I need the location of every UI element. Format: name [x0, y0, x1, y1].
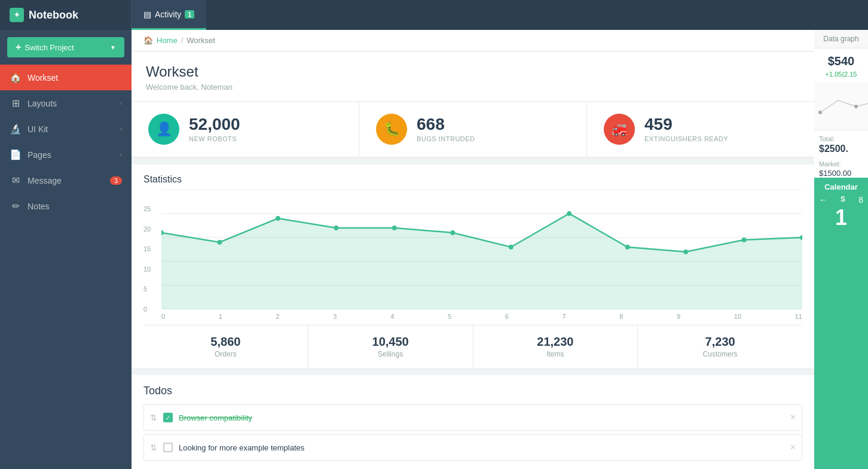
- sidebar-item-uikit[interactable]: 🔬 UI Kit ›: [0, 116, 132, 142]
- chart-point: [567, 211, 571, 216]
- todo-item: ⇅ ✓ Browser compatibility ×: [143, 404, 802, 431]
- sidebar-item-label: Notes: [27, 202, 122, 211]
- sidebar-item-label: Message: [27, 176, 104, 185]
- calendar-prev-button[interactable]: ←: [819, 195, 827, 205]
- sidebar-item-notes[interactable]: ✏ Notes: [0, 193, 132, 219]
- sellings-label: Sellings: [318, 350, 463, 358]
- message-icon: ✉: [10, 175, 22, 186]
- x-axis-labels: 0 1 2 3 4 5 6 7 8 9 10 1: [161, 312, 802, 325]
- total-value: $2500.: [814, 144, 868, 158]
- chevron-right-icon: ›: [120, 100, 122, 106]
- activity-tab-icon: ▤: [143, 10, 151, 19]
- sidebar-item-message[interactable]: ✉ Message 3: [0, 168, 132, 193]
- breadcrumb-home-link[interactable]: Home: [157, 36, 178, 45]
- todo-checkbox-checked[interactable]: ✓: [163, 413, 173, 422]
- customers-label: Customers: [647, 350, 793, 358]
- stat-customers: 7,230 Customers: [638, 325, 802, 368]
- chart-point: [742, 237, 747, 242]
- main-content: 🏠 Home / Workset Workset Welcome back, N…: [132, 30, 814, 469]
- sellings-value: 10,450: [318, 335, 463, 349]
- sidebar-item-workset[interactable]: 🏠 Workset: [0, 65, 132, 90]
- calendar-title: Calendar: [824, 182, 858, 191]
- chart-point: [625, 245, 630, 249]
- notes-icon: ✏: [10, 200, 22, 212]
- chevron-down-icon: ▼: [110, 44, 116, 51]
- orders-value: 5,860: [153, 335, 298, 349]
- bugs-label: BUGS INTRUDED: [417, 135, 475, 142]
- bugs-value: 668: [417, 116, 475, 133]
- stat-card-robots: 👤 52,000 NEW ROBOTS: [132, 102, 359, 157]
- market-value: $1500.00: [814, 169, 868, 178]
- calendar-nav: ← S 8: [819, 195, 863, 205]
- switch-project-label: Switch Project: [25, 43, 74, 52]
- breadcrumb-current: Workset: [187, 36, 215, 45]
- app-logo: ✦ Notebook: [0, 0, 132, 30]
- calendar-month: S: [841, 195, 845, 205]
- robots-icon: 👤: [148, 114, 179, 145]
- mini-chart-svg: [814, 83, 868, 130]
- right-panel: Data graph $540 +1.05(2.15 Total: $2500.…: [814, 30, 868, 469]
- chart-point: [276, 216, 280, 221]
- calendar-next-button[interactable]: 8: [858, 195, 863, 205]
- stats-row: 👤 52,000 NEW ROBOTS 🐛 668 BUGS INTRUDED: [132, 102, 814, 157]
- bugs-icon: 🐛: [376, 114, 407, 145]
- topbar-tabs: ▤ Activity 1: [132, 0, 206, 30]
- total-label: Total:: [814, 130, 868, 144]
- robots-label: NEW ROBOTS: [189, 135, 240, 142]
- chevron-right-icon: ›: [120, 126, 122, 132]
- uikit-icon: 🔬: [10, 123, 22, 135]
- statistics-title: Statistics: [143, 174, 802, 185]
- sidebar-item-label: UI Kit: [27, 124, 114, 134]
- mini-chart: [814, 83, 868, 130]
- orders-label: Orders: [153, 350, 298, 358]
- svg-point-6: [818, 111, 822, 114]
- breadcrumb: 🏠 Home / Workset: [132, 30, 814, 51]
- stat-card-bugs: 🐛 668 BUGS INTRUDED: [359, 102, 587, 157]
- stat-items: 21,230 Items: [473, 325, 638, 368]
- data-graph-change: +1.05(2.15: [814, 71, 868, 83]
- sidebar-item-label: Pages: [27, 150, 114, 160]
- todo-checkbox-unchecked[interactable]: [163, 443, 173, 452]
- main-layout: + Switch Project ▼ 🏠 Workset ⊞ Layouts ›…: [0, 30, 868, 469]
- chart-point: [509, 245, 514, 249]
- line-chart: [161, 190, 802, 309]
- switch-project-button[interactable]: + Switch Project ▼: [7, 37, 124, 57]
- logo-icon: ✦: [10, 8, 24, 22]
- sidebar-item-layouts[interactable]: ⊞ Layouts ›: [0, 90, 132, 116]
- todos-title: Todos: [143, 385, 802, 397]
- drag-handle-icon[interactable]: ⇅: [150, 443, 157, 452]
- extinguishers-icon: 🚒: [604, 114, 635, 145]
- tab-activity[interactable]: ▤ Activity 1: [132, 0, 206, 30]
- sidebar-nav: 🏠 Workset ⊞ Layouts › 🔬 UI Kit › 📄 Pages…: [0, 65, 132, 469]
- chart-point: [392, 226, 397, 230]
- drag-handle-icon[interactable]: ⇅: [150, 413, 157, 422]
- stat-orders: 5,860 Orders: [143, 325, 308, 368]
- breadcrumb-home-icon: 🏠: [143, 36, 153, 45]
- robots-value: 52,000: [189, 116, 240, 133]
- message-badge: 3: [110, 176, 122, 185]
- extinguishers-label: EXTINGUISHERS READY: [644, 135, 728, 142]
- workset-icon: 🏠: [10, 72, 22, 83]
- calendar-panel: Calendar ← S 8 1: [814, 178, 868, 469]
- todo-close-button[interactable]: ×: [790, 412, 796, 423]
- plus-icon: +: [16, 42, 21, 53]
- calendar-date: 1: [835, 207, 847, 229]
- stat-card-extinguishers: 🚒 459 EXTINGUISHERS READY: [587, 102, 814, 157]
- sidebar-item-label: Workset: [27, 73, 122, 83]
- data-graph-value: $540: [814, 48, 868, 71]
- page-title: Workset: [146, 63, 800, 80]
- activity-tab-badge: 1: [185, 10, 194, 19]
- chart-point: [334, 226, 338, 230]
- chart-point: [683, 249, 688, 254]
- todos-section: Todos ⇅ ✓ Browser compatibility × ⇅ Look…: [132, 375, 814, 469]
- chart-point: [218, 240, 222, 245]
- stats-bottom-row: 5,860 Orders 10,450 Sellings 21,230 Item…: [143, 325, 802, 368]
- extinguishers-value: 459: [644, 116, 728, 133]
- data-graph-label: Data graph: [814, 30, 868, 48]
- sidebar-item-pages[interactable]: 📄 Pages ›: [0, 142, 132, 168]
- todo-close-button[interactable]: ×: [790, 442, 796, 453]
- statistics-section: Statistics 0 5 10 15 20 25: [132, 165, 814, 368]
- page-subtitle: Welcome back, Noteman: [146, 83, 800, 92]
- sidebar-item-label: Layouts: [27, 99, 114, 108]
- svg-point-7: [854, 105, 858, 108]
